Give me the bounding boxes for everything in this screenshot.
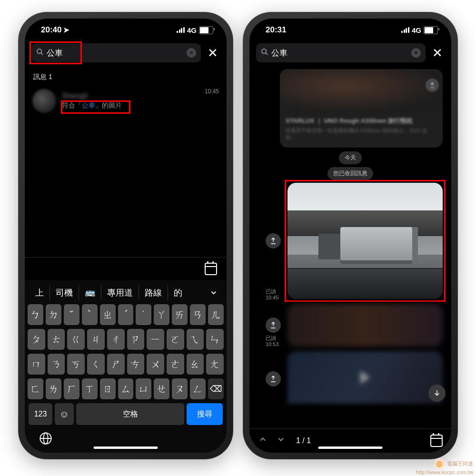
key[interactable]: ㄕ — [107, 354, 125, 375]
result-description: 符合「公車」的圖片 — [62, 101, 219, 110]
search-row: 公車 ✕ ✕ — [249, 41, 451, 67]
collapse-suggestions[interactable] — [206, 288, 222, 297]
key[interactable]: ㄛ — [167, 329, 184, 350]
key-row-1: ㄅ ㄉ ˇ ˋ ㄓ ˊ ˙ ㄚ ㄞ ㄢ ㄦ — [28, 304, 224, 325]
phone-left: 20:40 ➤ 4G 公車 ✕ ✕ — [18, 12, 233, 459]
key[interactable]: ㄔ — [107, 329, 125, 350]
key[interactable]: ㄥ — [190, 378, 206, 399]
card-subtitle: 限量星宇航空第一架寬體客機的 A330neo 順利抵台，2022 起航… — [286, 127, 437, 141]
calendar-icon[interactable] — [205, 263, 217, 275]
key[interactable]: ㄖ — [100, 378, 116, 399]
key[interactable]: ㄋ — [48, 354, 65, 375]
key[interactable]: ㄚ — [154, 304, 169, 325]
svg-line-1 — [41, 53, 43, 55]
home-indicator[interactable] — [318, 446, 383, 449]
suggestion[interactable]: 🚌 — [79, 285, 101, 300]
calendar-icon[interactable] — [430, 435, 443, 447]
share-icon[interactable] — [426, 79, 439, 92]
delete-key[interactable]: ⌫ — [208, 378, 224, 399]
key[interactable]: ㄆ — [28, 329, 45, 350]
key[interactable]: ㄎ — [67, 354, 85, 375]
close-button[interactable]: ✕ — [206, 46, 220, 60]
close-button[interactable]: ✕ — [430, 46, 445, 60]
keyboard: 上 司機 🚌 專用道 路線 的 ㄅ ㄉ ˇ — [25, 280, 227, 453]
battery-icon — [424, 26, 438, 34]
space-key[interactable]: 空格 — [76, 403, 184, 425]
photo-message-blurred[interactable] — [288, 304, 443, 347]
home-indicator[interactable] — [94, 446, 158, 449]
clear-search-button[interactable]: ✕ — [187, 48, 196, 58]
key[interactable]: ㄍ — [67, 329, 85, 350]
search-input[interactable]: 公車 ✕ — [256, 43, 426, 62]
scroll-down-button[interactable] — [428, 385, 446, 402]
key[interactable]: ㄜ — [167, 354, 184, 375]
suggestion[interactable]: 路線 — [139, 285, 168, 300]
next-result-button[interactable] — [276, 435, 286, 447]
key[interactable]: ㄓ — [100, 304, 116, 325]
key[interactable]: ˙ — [136, 304, 151, 325]
key[interactable]: ㄧ — [147, 329, 164, 350]
key[interactable]: ㄩ — [136, 378, 151, 399]
photo-message[interactable] — [288, 183, 443, 299]
key[interactable]: ㄝ — [154, 378, 169, 399]
key[interactable]: ㄠ — [187, 354, 204, 375]
suggestion[interactable]: 的 — [168, 285, 188, 300]
key[interactable]: ㄡ — [172, 378, 188, 399]
suggestion[interactable]: 專用道 — [101, 285, 139, 300]
prev-result-button[interactable] — [258, 435, 268, 447]
share-button[interactable] — [266, 317, 281, 333]
share-button[interactable] — [266, 233, 281, 248]
message-meta: 已讀 10:45 — [266, 288, 279, 301]
key[interactable]: ˇ — [64, 304, 79, 325]
key[interactable]: ㄙ — [118, 378, 134, 399]
key[interactable]: ㄗ — [127, 329, 145, 350]
emoji-key[interactable]: ☺ — [55, 403, 74, 425]
svg-point-5 — [262, 49, 266, 53]
key[interactable]: ㄨ — [147, 354, 164, 375]
key[interactable]: ㄘ — [127, 354, 145, 375]
share-button[interactable] — [266, 371, 281, 387]
key[interactable]: ˊ — [118, 304, 134, 325]
key[interactable]: ㄦ — [208, 304, 224, 325]
link-preview-card[interactable]: STARLUX ｜ UNO Rough A330neo 旅行頸枕 限量星宇航空第… — [280, 69, 443, 148]
screen-right: 20:31 4G 公車 ✕ ✕ — [249, 19, 451, 453]
key[interactable]: ㄞ — [172, 304, 188, 325]
video-message-blurred[interactable] — [288, 351, 443, 404]
message-bubble[interactable]: 已讀 10:45 — [288, 183, 443, 299]
bus-photo — [288, 183, 443, 299]
key[interactable]: ˋ — [82, 304, 98, 325]
key[interactable]: ㄉ — [46, 304, 61, 325]
key[interactable]: ㄢ — [190, 304, 206, 325]
chat-content[interactable]: STARLUX ｜ UNO Rough A330neo 旅行頸枕 限量星宇航空第… — [249, 67, 451, 428]
signal-icon — [401, 27, 409, 33]
key[interactable]: ㄒ — [82, 378, 98, 399]
key[interactable]: ㄑ — [87, 354, 105, 375]
result-row[interactable]: Shengti 符合「公車」的圖片 10:45 — [32, 86, 219, 116]
key-row-4: ㄈ ㄌ ㄏ ㄒ ㄖ ㄙ ㄩ ㄝ ㄡ ㄥ ⌫ — [28, 378, 224, 399]
svg-point-0 — [37, 49, 41, 53]
key[interactable]: ㄣ — [206, 329, 224, 350]
result-nav-bar: 1 / 1 — [249, 428, 451, 453]
key[interactable]: ㄌ — [46, 378, 61, 399]
status-time: 20:40 — [41, 25, 61, 35]
key[interactable]: ㄟ — [187, 329, 204, 350]
key[interactable]: ㄈ — [28, 378, 43, 399]
key[interactable]: ㄇ — [28, 354, 45, 375]
suggestion[interactable]: 司機 — [50, 285, 79, 300]
signal-icon — [177, 27, 185, 33]
clear-search-button[interactable]: ✕ — [411, 48, 421, 58]
key[interactable]: ㄐ — [87, 329, 105, 350]
key[interactable]: ㄊ — [48, 329, 65, 350]
key[interactable]: ㄏ — [64, 378, 79, 399]
globe-key[interactable] — [39, 432, 52, 447]
result-counter: 1 / 1 — [296, 436, 311, 445]
search-key[interactable]: 搜尋 — [187, 403, 223, 425]
suggestion[interactable]: 上 — [30, 285, 50, 300]
search-input[interactable]: 公車 ✕ — [31, 43, 201, 62]
card-title: STARLUX ｜ UNO Rough A330neo 旅行頸枕 — [286, 117, 437, 125]
result-name: Shengti — [62, 92, 219, 100]
key[interactable]: ㄅ — [28, 304, 43, 325]
section-label: 訊息 1 — [33, 73, 219, 81]
key[interactable]: ㄤ — [206, 354, 224, 375]
numeric-key[interactable]: 123 — [29, 403, 52, 425]
